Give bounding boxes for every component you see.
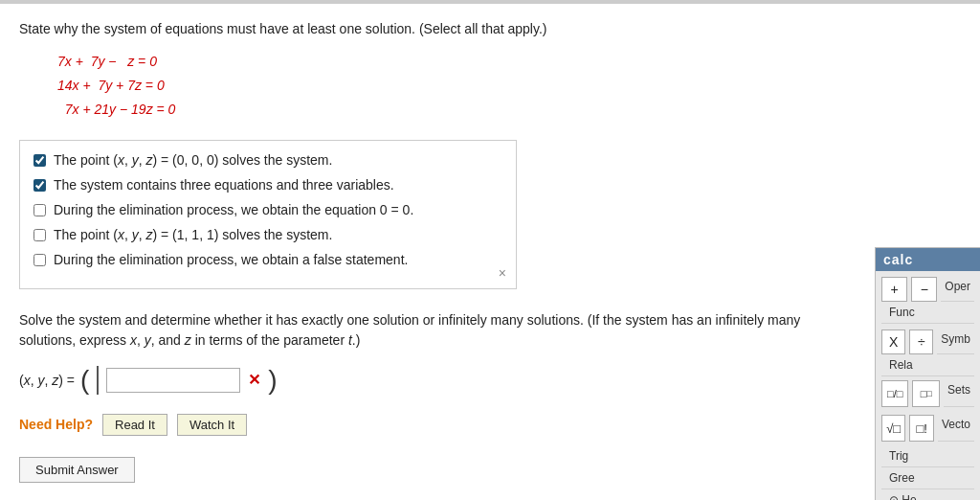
calc-add-sub-row: + − Oper bbox=[876, 271, 980, 302]
answer-label: (x, y, z) = bbox=[19, 373, 75, 388]
open-paren: ( bbox=[80, 367, 89, 394]
close-paren: ) bbox=[268, 367, 277, 394]
answer-input[interactable] bbox=[106, 368, 240, 393]
equation-3: 7x + 21y − 19z = 0 bbox=[57, 98, 842, 122]
question2-text: Solve the system and determine whether i… bbox=[19, 310, 842, 351]
calculator-header: calc bbox=[876, 248, 980, 271]
equation-1: 7x + 7y − z = 0 bbox=[57, 50, 842, 74]
option-1: The point (x, y, z) = (0, 0, 0) solves t… bbox=[33, 152, 502, 168]
calc-superscript-button[interactable]: □□ bbox=[912, 380, 939, 407]
option-3-label: During the elimination process, we obtai… bbox=[54, 202, 413, 217]
calc-mul-button[interactable]: X bbox=[881, 330, 905, 354]
calc-help-item[interactable]: ⊙ He bbox=[881, 489, 974, 500]
question1-text: State why the system of equations must h… bbox=[19, 21, 842, 36]
calculator-panel: calc + − Oper Func X ÷ Symb Rela □/□ □□ … bbox=[875, 247, 980, 500]
calc-div-button[interactable]: ÷ bbox=[909, 330, 933, 354]
option-5: During the elimination process, we obtai… bbox=[33, 252, 502, 267]
option-3: During the elimination process, we obtai… bbox=[33, 202, 502, 217]
answer-row: (x, y, z) = ( ✕ ) bbox=[19, 366, 842, 395]
option-4: The point (x, y, z) = (1, 1, 1) solves t… bbox=[33, 227, 502, 242]
calc-vecto-menu[interactable]: Vecto bbox=[938, 415, 974, 442]
option-4-checkbox[interactable] bbox=[33, 229, 46, 241]
calc-trig-menu[interactable]: Trig bbox=[881, 445, 974, 467]
option-5-label: During the elimination process, we obtai… bbox=[54, 252, 408, 267]
submit-answer-button[interactable]: Submit Answer bbox=[19, 457, 135, 483]
option-3-checkbox[interactable] bbox=[33, 204, 46, 216]
options-box: The point (x, y, z) = (0, 0, 0) solves t… bbox=[19, 140, 517, 289]
option-5-checkbox[interactable] bbox=[33, 254, 46, 266]
need-help-label: Need Help? bbox=[19, 417, 93, 432]
option-1-checkbox[interactable] bbox=[33, 154, 46, 167]
equation-2: 14x + 7y + 7z = 0 bbox=[57, 74, 842, 98]
calc-mul-div-row: X ÷ Symb bbox=[876, 324, 980, 354]
close-icon[interactable]: × bbox=[499, 265, 506, 281]
calc-gree-menu[interactable]: Gree bbox=[881, 467, 974, 489]
calc-rela-menu[interactable]: Rela bbox=[881, 354, 974, 376]
calc-add-button[interactable]: + bbox=[881, 277, 907, 302]
calc-sqrt-row: √□ □! Vecto bbox=[876, 411, 980, 445]
calc-symb-menu[interactable]: Symb bbox=[937, 330, 974, 354]
clear-answer-button[interactable]: ✕ bbox=[246, 371, 262, 389]
option-2-checkbox[interactable] bbox=[33, 179, 46, 192]
calc-frac-row: □/□ □□ Sets bbox=[876, 376, 980, 411]
need-help-row: Need Help? Read It Watch It bbox=[19, 414, 842, 436]
calc-factorial-button[interactable]: □! bbox=[909, 415, 933, 442]
calc-func-menu[interactable]: Func bbox=[881, 302, 974, 324]
option-2: The system contains three equations and … bbox=[33, 177, 502, 193]
calc-sqrt-button[interactable]: √□ bbox=[881, 415, 905, 442]
read-it-button[interactable]: Read It bbox=[102, 414, 167, 436]
main-content: State why the system of equations must h… bbox=[0, 4, 861, 500]
calc-oper-menu[interactable]: Oper bbox=[941, 277, 974, 302]
option-2-label: The system contains three equations and … bbox=[54, 177, 394, 193]
calc-fraction-button[interactable]: □/□ bbox=[881, 380, 908, 407]
option-4-label: The point (x, y, z) = (1, 1, 1) solves t… bbox=[54, 227, 332, 242]
watch-it-button[interactable]: Watch It bbox=[177, 414, 247, 436]
calc-sets-menu[interactable]: Sets bbox=[944, 380, 974, 407]
calc-sub-button[interactable]: − bbox=[911, 277, 937, 302]
equations-block: 7x + 7y − z = 0 14x + 7y + 7z = 0 7x + 2… bbox=[57, 50, 842, 123]
option-1-label: The point (x, y, z) = (0, 0, 0) solves t… bbox=[54, 152, 332, 168]
